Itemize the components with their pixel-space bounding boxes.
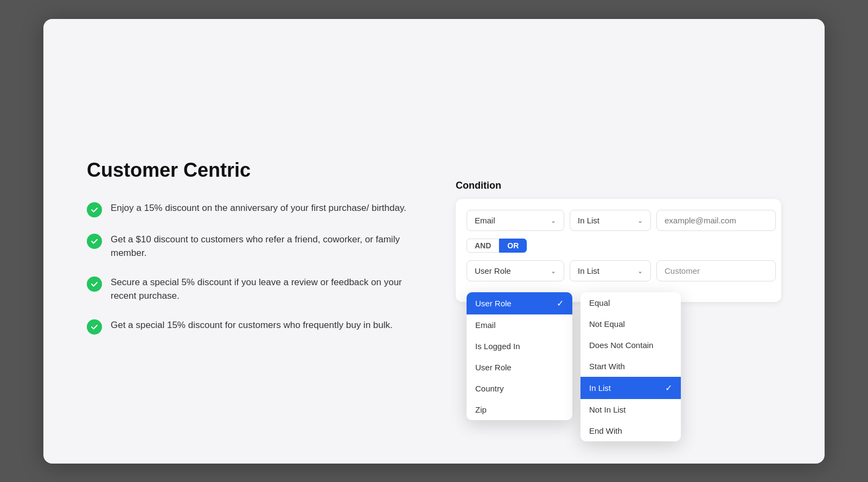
chevron-down-icon: ⌄ bbox=[637, 217, 643, 224]
chevron-down-icon: ⌄ bbox=[551, 267, 556, 275]
operator-dropdown-item[interactable]: Start With bbox=[580, 356, 681, 377]
condition-row-1: Email ⌄ In List ⌄ bbox=[467, 210, 770, 231]
field-dropdown-item-label: Country bbox=[475, 384, 504, 393]
operator-dropdown-item[interactable]: Not Equal bbox=[580, 313, 681, 335]
field-dropdown-item-label: Zip bbox=[475, 405, 487, 414]
chevron-down-icon: ⌄ bbox=[637, 267, 643, 275]
operator-dropdown-item-label: In List bbox=[589, 383, 611, 393]
operator-dropdown: EqualNot EqualDoes Not ContainStart With… bbox=[580, 292, 681, 441]
or-button[interactable]: OR bbox=[499, 239, 527, 253]
operator-dropdown-item[interactable]: Not In List bbox=[580, 399, 681, 420]
operator-dropdown-item-label: Equal bbox=[589, 298, 610, 307]
logic-toggle: AND OR bbox=[467, 239, 770, 253]
operator-dropdown-item-label: Start With bbox=[589, 362, 625, 371]
check-icon bbox=[87, 234, 102, 249]
check-icon bbox=[87, 319, 102, 335]
condition-label: Condition bbox=[456, 180, 781, 191]
operator-select-1-value: In List bbox=[578, 216, 599, 225]
field-dropdown-item[interactable]: User Role bbox=[467, 357, 572, 378]
check-mark-icon: ✓ bbox=[557, 298, 564, 309]
left-panel: Customer Centric Enjoy a 15% discount on… bbox=[87, 52, 412, 431]
field-dropdown-item[interactable]: User Role✓ bbox=[467, 292, 572, 314]
operator-select-2-value: In List bbox=[578, 266, 599, 275]
field-dropdown-item-label: User Role bbox=[475, 299, 512, 308]
check-icon bbox=[87, 202, 102, 217]
field-dropdown-item[interactable]: Email bbox=[467, 314, 572, 336]
feature-text: Secure a special 5% discount if you leav… bbox=[111, 275, 412, 303]
field-select-1-value: Email bbox=[475, 216, 495, 225]
condition-row-2: User Role ⌄ In List ⌄ bbox=[467, 260, 770, 281]
condition-card: Email ⌄ In List ⌄ AND OR User Role ⌄ bbox=[456, 199, 781, 302]
field-select-1[interactable]: Email ⌄ bbox=[467, 210, 564, 231]
field-dropdown-item-label: User Role bbox=[475, 363, 512, 372]
field-dropdown-item-label: Email bbox=[475, 320, 496, 330]
check-icon bbox=[87, 277, 102, 292]
and-button[interactable]: AND bbox=[467, 239, 499, 253]
main-window: Customer Centric Enjoy a 15% discount on… bbox=[43, 19, 825, 464]
field-dropdown-item-label: Is Logged In bbox=[475, 342, 520, 351]
check-mark-icon: ✓ bbox=[665, 383, 672, 393]
field-dropdown: User Role✓EmailIs Logged InUser RoleCoun… bbox=[467, 292, 572, 420]
right-panel: Condition Email ⌄ In List ⌄ AND OR bbox=[456, 52, 781, 431]
operator-select-1[interactable]: In List ⌄ bbox=[570, 210, 651, 231]
feature-item: Get a special 15% discount for customers… bbox=[87, 318, 412, 335]
value-input-1[interactable] bbox=[656, 210, 776, 231]
feature-text: Enjoy a 15% discount on the anniversary … bbox=[111, 201, 406, 215]
feature-text: Get a $10 discount to customers who refe… bbox=[111, 233, 412, 260]
feature-text: Get a special 15% discount for customers… bbox=[111, 318, 393, 332]
operator-dropdown-item[interactable]: Equal bbox=[580, 292, 681, 313]
field-select-2[interactable]: User Role ⌄ bbox=[467, 260, 564, 281]
page-title: Customer Centric bbox=[87, 159, 412, 182]
feature-item: Get a $10 discount to customers who refe… bbox=[87, 233, 412, 260]
operator-dropdown-item[interactable]: Does Not Contain bbox=[580, 335, 681, 356]
value-input-2[interactable] bbox=[656, 260, 776, 281]
operator-dropdown-item-label: Not Equal bbox=[589, 319, 625, 329]
feature-item: Secure a special 5% discount if you leav… bbox=[87, 275, 412, 303]
operator-dropdown-item-label: Does Not Contain bbox=[589, 340, 653, 350]
operator-select-2[interactable]: In List ⌄ bbox=[570, 260, 651, 281]
feature-list: Enjoy a 15% discount on the anniversary … bbox=[87, 201, 412, 335]
field-dropdown-item[interactable]: Zip bbox=[467, 399, 572, 420]
field-dropdown-item[interactable]: Is Logged In bbox=[467, 336, 572, 357]
operator-dropdown-item-label: Not In List bbox=[589, 405, 626, 414]
field-dropdown-item[interactable]: Country bbox=[467, 378, 572, 399]
operator-dropdown-item[interactable]: In List✓ bbox=[580, 377, 681, 399]
operator-dropdown-item-label: End With bbox=[589, 426, 622, 435]
feature-item: Enjoy a 15% discount on the anniversary … bbox=[87, 201, 412, 217]
chevron-down-icon: ⌄ bbox=[551, 217, 556, 224]
field-select-2-value: User Role bbox=[475, 266, 511, 275]
operator-dropdown-item[interactable]: End With bbox=[580, 420, 681, 441]
